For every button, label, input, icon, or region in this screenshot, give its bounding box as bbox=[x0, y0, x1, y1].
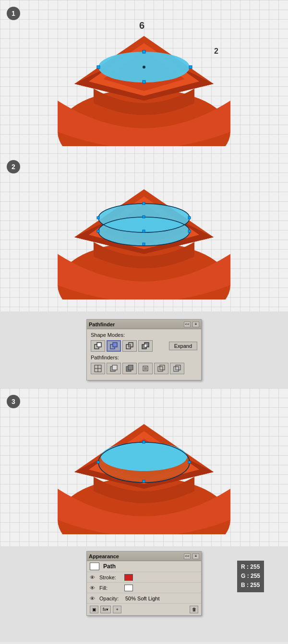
pathfinder-menu-btn[interactable]: ≡ bbox=[192, 322, 199, 327]
opacity-value[interactable]: 50% Soft Light bbox=[125, 596, 160, 601]
svg-rect-34 bbox=[112, 365, 117, 370]
fill-label: Fill: bbox=[99, 585, 123, 591]
step2-illustration bbox=[0, 153, 288, 311]
svg-rect-38 bbox=[144, 367, 147, 370]
crop-btn[interactable] bbox=[138, 363, 153, 374]
stroke-visibility-icon[interactable]: 👁 bbox=[90, 575, 97, 580]
pathfinder-panel-controls[interactable]: << ≡ bbox=[184, 322, 199, 327]
svg-rect-21 bbox=[97, 343, 101, 347]
svg-rect-17 bbox=[143, 216, 145, 218]
svg-rect-36 bbox=[128, 365, 133, 370]
pathfinder-section: Pathfinder << ≡ Shape Modes: bbox=[0, 311, 288, 388]
step1-section: 1 6 2 bbox=[0, 0, 288, 153]
appearance-panel-controls[interactable]: << ≡ bbox=[184, 553, 199, 559]
svg-rect-41 bbox=[174, 367, 179, 371]
pathfinder-collapse-btn[interactable]: << bbox=[184, 322, 191, 327]
minus-back-btn[interactable] bbox=[170, 363, 184, 374]
pathfinder-title: Pathfinder bbox=[89, 322, 115, 327]
merge-btn[interactable] bbox=[122, 363, 137, 374]
step3-illustration bbox=[0, 388, 288, 546]
svg-rect-4 bbox=[143, 50, 145, 53]
delete-item-btn[interactable]: 🗑 bbox=[190, 606, 198, 613]
rgb-tooltip: R : 255 G : 255 B : 255 bbox=[237, 561, 264, 592]
step1-illustration bbox=[0, 0, 288, 153]
add-effect-btn[interactable]: + bbox=[113, 606, 121, 613]
fx-btn[interactable]: fx▾ bbox=[100, 606, 111, 613]
svg-rect-12 bbox=[97, 217, 99, 219]
stroke-row: 👁 Stroke: bbox=[87, 572, 201, 583]
svg-rect-39 bbox=[158, 367, 163, 371]
rgb-r-value: R : 255 bbox=[241, 563, 260, 572]
svg-rect-26 bbox=[129, 345, 131, 347]
pathfinder-body: Shape Modes: bbox=[87, 329, 201, 380]
step2-badge: 2 bbox=[7, 160, 20, 173]
svg-rect-18 bbox=[188, 230, 191, 232]
appearance-section: Appearance << ≡ Path 👁 Stroke: 👁 Fill: 👁 bbox=[0, 546, 288, 642]
appearance-panel: Appearance << ≡ Path 👁 Stroke: 👁 Fill: 👁 bbox=[86, 551, 202, 616]
svg-rect-29 bbox=[144, 345, 146, 347]
path-header-row: Path bbox=[87, 561, 201, 572]
divide-btn[interactable] bbox=[91, 363, 105, 374]
pathfinders-label: Pathfinders: bbox=[91, 355, 197, 360]
step1-badge: 1 bbox=[7, 7, 20, 20]
svg-rect-50 bbox=[143, 480, 145, 483]
pathfinder-title-bar: Pathfinder << ≡ bbox=[87, 320, 201, 329]
svg-rect-47 bbox=[97, 461, 99, 463]
fill-row: 👁 Fill: bbox=[87, 583, 201, 593]
fill-visibility-icon[interactable]: 👁 bbox=[90, 585, 97, 591]
appearance-title: Appearance bbox=[89, 553, 119, 559]
shape-modes-buttons: Expand bbox=[91, 340, 197, 352]
svg-point-2 bbox=[143, 66, 145, 69]
appearance-title-bar: Appearance << ≡ bbox=[87, 552, 201, 561]
rgb-b-value: B : 255 bbox=[241, 581, 260, 590]
trim-btn[interactable] bbox=[107, 363, 121, 374]
opacity-visibility-icon[interactable]: 👁 bbox=[90, 596, 97, 601]
expand-button[interactable]: Expand bbox=[169, 342, 197, 350]
outline-btn[interactable] bbox=[154, 363, 168, 374]
path-label: Path bbox=[103, 563, 116, 570]
svg-rect-6 bbox=[143, 80, 145, 83]
svg-rect-13 bbox=[143, 202, 145, 205]
pathfinders-buttons bbox=[91, 363, 197, 374]
subtract-shape-btn[interactable] bbox=[107, 340, 121, 352]
add-to-shape-btn[interactable] bbox=[91, 340, 105, 352]
svg-rect-14 bbox=[188, 217, 191, 219]
appearance-collapse-btn[interactable]: << bbox=[184, 553, 191, 559]
stroke-label: Stroke: bbox=[99, 575, 123, 580]
shape-modes-label: Shape Modes: bbox=[91, 332, 197, 338]
rgb-g-value: G : 255 bbox=[241, 572, 260, 581]
svg-rect-16 bbox=[97, 230, 99, 232]
stroke-color-swatch[interactable] bbox=[124, 574, 133, 581]
opacity-label: Opacity: bbox=[99, 596, 123, 601]
svg-rect-5 bbox=[189, 66, 192, 69]
opacity-row: 👁 Opacity: 50% Soft Light bbox=[87, 593, 201, 604]
path-color-swatch bbox=[90, 563, 99, 570]
svg-rect-23 bbox=[113, 343, 117, 347]
fill-color-swatch[interactable] bbox=[124, 585, 133, 591]
appearance-footer: ▣ fx▾ + 🗑 bbox=[87, 604, 201, 615]
appearance-menu-btn[interactable]: ≡ bbox=[192, 553, 199, 559]
svg-point-45 bbox=[101, 442, 187, 471]
exclude-shape-btn[interactable] bbox=[138, 340, 153, 352]
svg-rect-19 bbox=[143, 243, 145, 245]
new-art-basic-btn[interactable]: ▣ bbox=[90, 606, 98, 613]
svg-rect-3 bbox=[97, 66, 100, 69]
svg-rect-49 bbox=[188, 461, 191, 463]
step2-section: 2 bbox=[0, 153, 288, 311]
step3-badge: 3 bbox=[7, 395, 20, 408]
svg-rect-40 bbox=[160, 365, 165, 370]
pathfinder-panel: Pathfinder << ≡ Shape Modes: bbox=[86, 319, 202, 380]
svg-rect-48 bbox=[143, 441, 145, 443]
step3-section: 3 bbox=[0, 388, 288, 546]
intersect-shape-btn[interactable] bbox=[122, 340, 137, 352]
svg-rect-15 bbox=[143, 230, 145, 232]
